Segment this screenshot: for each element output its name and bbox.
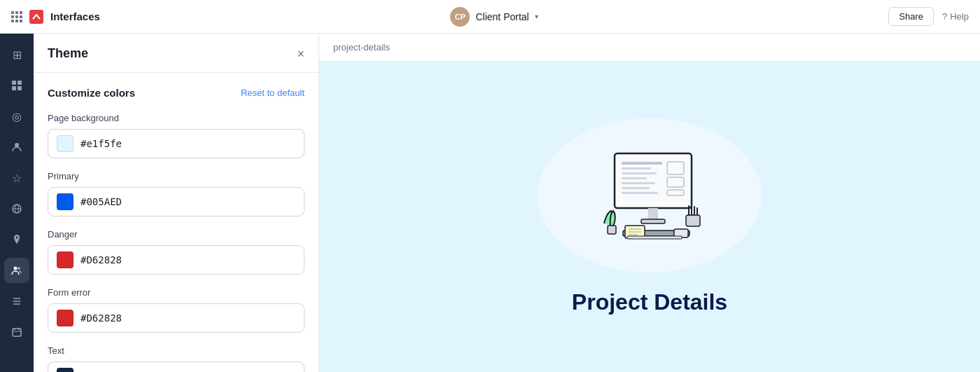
sidebar-icon-apps[interactable] <box>4 73 29 98</box>
svg-point-10 <box>18 267 20 270</box>
topbar-right: Share ? Help <box>888 7 969 26</box>
sidebar-icon-team[interactable] <box>4 258 29 283</box>
main-content: Project Details <box>319 62 980 372</box>
customize-header: Customize colors Reset to default <box>48 87 304 99</box>
sidebar-icon-star[interactable]: ☆ <box>4 165 29 191</box>
svg-rect-1 <box>18 81 22 85</box>
breadcrumb: project-details <box>319 34 980 62</box>
color-field-danger: Danger #D62828 <box>48 229 304 275</box>
svg-rect-32 <box>608 226 616 234</box>
svg-point-4 <box>15 143 19 147</box>
form-error-input[interactable]: #D62828 <box>48 303 304 333</box>
share-button[interactable]: Share <box>888 7 934 26</box>
svg-rect-44 <box>627 236 682 239</box>
theme-body: Customize colors Reset to default Page b… <box>34 73 318 372</box>
svg-rect-0 <box>12 81 16 85</box>
sidebar-icon-home[interactable]: ⊞ <box>4 42 29 67</box>
topbar: Interfaces CP Client Portal ▾ Share ? He… <box>0 0 980 34</box>
sidebar-icon-pin[interactable] <box>4 227 29 252</box>
form-error-label: Form error <box>48 287 304 298</box>
page-background-swatch <box>57 135 74 152</box>
form-error-swatch <box>57 310 74 326</box>
danger-swatch <box>57 252 74 268</box>
svg-rect-21 <box>641 219 665 223</box>
page-background-value: #e1f5fe <box>80 138 122 149</box>
svg-rect-28 <box>622 192 658 194</box>
danger-input[interactable]: #D62828 <box>48 245 304 275</box>
reset-to-default-link[interactable]: Reset to default <box>241 88 304 98</box>
color-field-page-background: Page background #e1f5fe <box>48 113 304 158</box>
danger-value: #D62828 <box>80 254 122 266</box>
sidebar-icon-person[interactable] <box>4 135 29 160</box>
text-label: Text <box>48 345 304 356</box>
help-circle-icon: ? <box>942 11 947 22</box>
portal-name[interactable]: Client Portal <box>475 11 528 22</box>
desk-illustration <box>566 132 734 259</box>
app-logo <box>29 10 43 24</box>
customize-colors-label: Customize colors <box>48 87 135 99</box>
svg-rect-2 <box>12 86 16 90</box>
primary-value: #005AED <box>80 196 122 207</box>
page-background-input[interactable]: #e1f5fe <box>48 129 304 158</box>
content-area: project-details <box>319 34 980 372</box>
sidebar-icon-calendar[interactable] <box>4 319 29 345</box>
sidebar-icon-target[interactable]: ◎ <box>4 104 29 129</box>
svg-point-9 <box>14 267 18 270</box>
sidebar-icon-globe[interactable] <box>4 196 29 221</box>
theme-panel: Theme × Customize colors Reset to defaul… <box>34 34 319 372</box>
text-swatch <box>57 368 74 372</box>
primary-swatch <box>57 193 74 210</box>
svg-rect-23 <box>622 167 651 170</box>
svg-rect-26 <box>622 182 655 184</box>
topbar-left: Interfaces <box>11 10 100 24</box>
color-field-primary: Primary #005AED <box>48 171 304 216</box>
page-background-label: Page background <box>48 113 304 123</box>
svg-rect-22 <box>622 162 662 165</box>
color-field-text: Text #152542 <box>48 345 304 372</box>
svg-rect-27 <box>622 187 650 189</box>
breadcrumb-text: project-details <box>333 42 390 53</box>
svg-rect-25 <box>622 177 647 179</box>
primary-label: Primary <box>48 171 304 181</box>
svg-rect-24 <box>622 172 657 174</box>
avatar: CP <box>450 7 470 27</box>
chevron-down-icon: ▾ <box>535 13 538 20</box>
svg-rect-33 <box>686 215 700 226</box>
topbar-center: CP Client Portal ▾ <box>450 7 538 27</box>
illustration-oval <box>538 118 762 273</box>
svg-point-8 <box>16 237 18 239</box>
primary-input[interactable]: #005AED <box>48 187 304 216</box>
app-name: Interfaces <box>50 11 100 22</box>
help-button[interactable]: ? Help <box>942 11 969 22</box>
sidebar-icon-list[interactable] <box>4 289 29 314</box>
theme-title: Theme <box>48 46 88 61</box>
main-layout: ⊞ ◎ ☆ <box>0 34 980 372</box>
project-title: Project Details <box>572 289 727 315</box>
danger-label: Danger <box>48 229 304 240</box>
sidebar: ⊞ ◎ ☆ <box>0 34 34 372</box>
form-error-value: #D62828 <box>80 312 122 324</box>
theme-header: Theme × <box>34 34 318 73</box>
color-field-form-error: Form error #D62828 <box>48 287 304 333</box>
close-button[interactable]: × <box>297 48 304 60</box>
svg-rect-14 <box>13 329 21 336</box>
text-input[interactable]: #152542 <box>48 361 304 372</box>
svg-rect-3 <box>18 86 22 90</box>
grid-icon[interactable] <box>11 11 22 22</box>
